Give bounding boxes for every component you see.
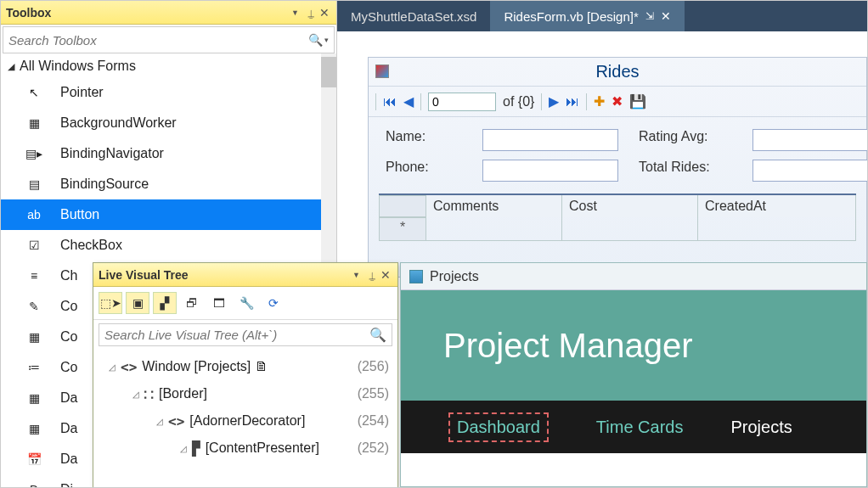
- toolbox-item-icon: ≡: [25, 266, 43, 285]
- nav-next-icon[interactable]: ▶: [549, 93, 559, 109]
- projects-tab-time-cards[interactable]: Time Cards: [596, 418, 684, 437]
- form-system-icon: [375, 65, 389, 78]
- input-rating[interactable]: [752, 129, 868, 151]
- search-icon[interactable]: 🔍: [308, 33, 323, 47]
- lvt-expand-all-icon[interactable]: 🗗: [180, 292, 204, 314]
- close-icon[interactable]: ✕: [661, 9, 671, 23]
- lvt-node[interactable]: ◿⸬[Border](255): [99, 380, 392, 407]
- nav-position-input[interactable]: [428, 93, 496, 111]
- grid-row-header: [379, 195, 426, 217]
- toolbox-item-icon: ▦: [25, 389, 43, 407]
- chevron-down-icon[interactable]: ▾: [324, 36, 329, 44]
- toolbox-item-label: BindingNavigator: [60, 146, 164, 161]
- lvt-title: Live Visual Tree: [99, 268, 352, 282]
- node-label: [AdornerDecorator]: [189, 413, 357, 429]
- node-count: (255): [358, 386, 389, 401]
- lvt-collapse-all-icon[interactable]: 🗖: [207, 292, 231, 314]
- node-label: [Border]: [159, 386, 358, 401]
- form-titlebar: Rides: [369, 58, 866, 87]
- toolbox-item-icon: ▦: [25, 419, 43, 438]
- tab-label: MyShuttleDataSet.xsd: [351, 9, 476, 24]
- tab-dataset[interactable]: MyShuttleDataSet.xsd: [337, 1, 490, 31]
- binding-navigator: ⏮ ◀ of {0} ▶ ⏭ ✚ ✖ 💾: [369, 87, 866, 117]
- toolbox-item-bindingsource[interactable]: ▤BindingSource: [1, 169, 336, 199]
- toolbox-item-label: Co: [60, 360, 77, 375]
- dropdown-icon[interactable]: ▼: [352, 271, 360, 279]
- lvt-header: Live Visual Tree ▼ ⍊ ✕: [93, 263, 397, 287]
- grid-header: Comments Cost CreatedAt: [379, 194, 856, 217]
- toolbox-category[interactable]: ◢ All Windows Forms: [1, 55, 336, 77]
- toolbox-item-label: Co: [60, 329, 77, 345]
- toolbox-item-label: Pointer: [60, 85, 104, 100]
- toolbox-search[interactable]: 🔍 ▾: [3, 26, 335, 53]
- nav-of-label: of {0}: [503, 94, 534, 109]
- caret-icon[interactable]: ◿: [156, 417, 163, 426]
- toolbox-item-backgroundworker[interactable]: ▦BackgroundWorker: [1, 108, 336, 138]
- toolbox-item-label: CheckBox: [60, 238, 122, 253]
- caret-icon[interactable]: ◿: [109, 362, 116, 372]
- projects-tab-projects[interactable]: Projects: [730, 418, 792, 437]
- toolbox-item-bindingnavigator[interactable]: ▤▸BindingNavigator: [1, 138, 336, 169]
- nav-add-icon[interactable]: ✚: [594, 93, 605, 109]
- projects-tab-dashboard[interactable]: Dashboard: [448, 412, 549, 442]
- grid-col-comments[interactable]: Comments: [426, 195, 562, 217]
- toolbox-item-icon: ☑: [25, 236, 43, 255]
- toolbox-item-label: BindingSource: [60, 177, 149, 192]
- projects-window: Projects Project Manager DashboardTime C…: [400, 262, 867, 487]
- caret-down-icon: ◢: [8, 61, 14, 72]
- toolbox-item-button[interactable]: abButton: [1, 199, 336, 230]
- search-icon[interactable]: 🔍: [369, 327, 386, 343]
- form-surface[interactable]: Rides ⏮ ◀ of {0} ▶ ⏭ ✚ ✖ 💾 Name: Rating …: [368, 57, 867, 278]
- pin-icon[interactable]: ⇲: [645, 10, 654, 22]
- toolbox-item-pointer[interactable]: ↖Pointer: [1, 77, 336, 108]
- toolbox-item-icon: ab: [25, 205, 43, 224]
- toolbox-item-icon: ▦: [25, 114, 43, 132]
- nav-save-icon[interactable]: 💾: [629, 93, 646, 109]
- lvt-node[interactable]: ◿<>Window [Projects] 🗎(256): [99, 353, 392, 380]
- grid-col-createdat[interactable]: CreatedAt: [698, 195, 856, 217]
- grid-new-row[interactable]: *: [379, 217, 856, 241]
- toolbox-item-icon: 📅: [25, 450, 43, 468]
- lvt-settings-icon[interactable]: 🔧: [234, 292, 258, 314]
- label-rating: Rating Avg:: [639, 129, 732, 151]
- lvt-node[interactable]: ◿<>[AdornerDecorator](254): [99, 407, 392, 435]
- tab-ridesform[interactable]: RidesForm.vb [Design]* ⇲ ✕: [490, 1, 684, 31]
- close-icon[interactable]: ✕: [379, 268, 392, 282]
- lvt-refresh-icon[interactable]: ⟳: [262, 292, 285, 314]
- lvt-layout-adorners-icon[interactable]: ▣: [126, 292, 149, 314]
- lvt-toolbar: ⬚➤ ▣ ▗▘ 🗗 🗖 🔧 ⟳: [93, 287, 397, 320]
- toolbox-search-input[interactable]: [8, 33, 308, 48]
- caret-icon[interactable]: ◿: [132, 390, 139, 399]
- toolbox-item-checkbox[interactable]: ☑CheckBox: [1, 230, 336, 261]
- input-total[interactable]: [752, 160, 868, 182]
- lvt-track-focus-icon[interactable]: ▗▘: [153, 292, 177, 314]
- node-count: (256): [358, 359, 389, 374]
- pin-icon[interactable]: ⍊: [304, 6, 318, 20]
- dropdown-icon[interactable]: ▼: [291, 8, 299, 17]
- lvt-tree: ◿<>Window [Projects] 🗎(256)◿⸬[Border](25…: [93, 350, 397, 465]
- nav-prev-icon[interactable]: ◀: [403, 93, 414, 109]
- pin-icon[interactable]: ⍊: [365, 268, 379, 282]
- projects-window-title: Projects: [430, 269, 479, 284]
- projects-tabs: DashboardTime CardsProjects: [401, 401, 866, 453]
- node-count: (254): [358, 413, 389, 429]
- lvt-search-input[interactable]: [104, 328, 369, 342]
- node-type-icon: ⸬: [144, 386, 154, 402]
- lvt-select-element-icon[interactable]: ⬚➤: [99, 292, 122, 314]
- toolbox-item-icon: ▤: [25, 175, 43, 194]
- lvt-search[interactable]: 🔍: [99, 323, 392, 346]
- nav-delete-icon[interactable]: ✖: [612, 93, 623, 109]
- projects-titlebar: Projects: [401, 263, 866, 290]
- toolbox-item-icon: ▤▸: [25, 144, 43, 163]
- close-icon[interactable]: ✕: [318, 6, 331, 20]
- lvt-node[interactable]: ◿▛[ContentPresenter](252): [99, 435, 392, 462]
- toolbox-item-icon: ≔: [25, 358, 43, 377]
- toolbox-item-label: Da: [60, 421, 77, 436]
- grid-col-cost[interactable]: Cost: [562, 195, 698, 217]
- node-label: [ContentPresenter]: [206, 440, 358, 456]
- caret-icon[interactable]: ◿: [180, 444, 187, 453]
- input-name[interactable]: [482, 129, 618, 151]
- nav-last-icon[interactable]: ⏭: [566, 94, 579, 109]
- nav-first-icon[interactable]: ⏮: [383, 94, 397, 109]
- input-phone[interactable]: [482, 160, 618, 182]
